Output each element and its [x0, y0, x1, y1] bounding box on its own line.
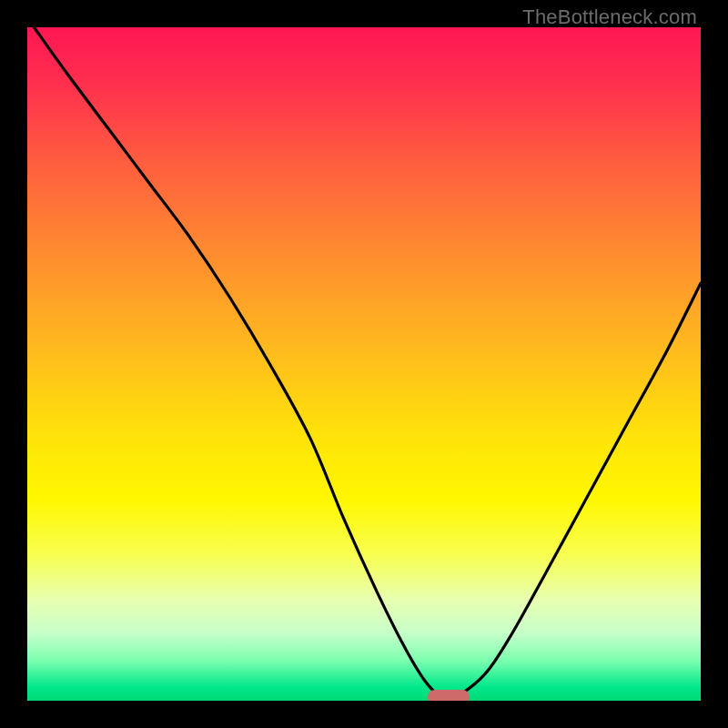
optimal-marker	[428, 690, 470, 701]
watermark-text: TheBottleneck.com	[522, 5, 697, 29]
chart-wrapper: TheBottleneck.com	[0, 0, 728, 728]
plot-area	[27, 27, 701, 701]
bottleneck-curve	[27, 27, 701, 701]
